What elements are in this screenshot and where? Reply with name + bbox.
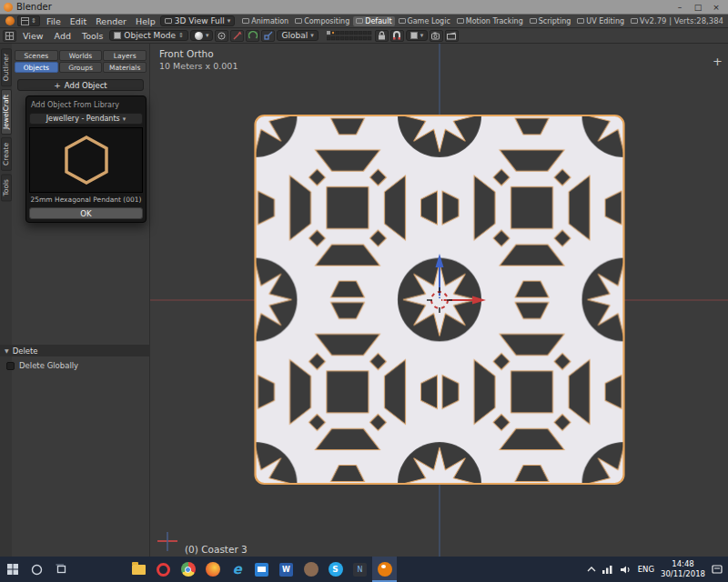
view-scale-label: 10 Meters x 0.001 xyxy=(159,61,238,71)
notepad-button[interactable]: N xyxy=(348,557,372,582)
info-editor-icon xyxy=(21,17,29,25)
screen-icon xyxy=(399,18,406,24)
tools-menu[interactable]: Tools xyxy=(77,31,107,41)
manipulator-scale-button[interactable] xyxy=(261,30,275,42)
skype-button[interactable]: S xyxy=(323,557,348,582)
gimp-icon xyxy=(304,562,318,577)
edge-button[interactable]: e xyxy=(225,557,249,582)
transform-orientation-select[interactable]: Global ▾ xyxy=(277,30,318,41)
shelf-tab-create[interactable]: Create xyxy=(1,137,12,171)
layout-tab-scripting[interactable]: Scripting xyxy=(527,16,574,26)
opengl-render-anim-button[interactable] xyxy=(445,30,459,42)
volume-icon[interactable] xyxy=(620,565,632,575)
viewport-editor-type-button[interactable] xyxy=(3,30,16,42)
mail-icon xyxy=(255,563,268,577)
pivot-icon xyxy=(217,32,226,40)
shelf-tab-jewelcraft[interactable]: JewelCraft xyxy=(1,89,12,135)
translate-arrow-icon xyxy=(233,31,242,40)
ok-button[interactable]: OK xyxy=(29,207,143,219)
library-scenes-button[interactable]: Scenes xyxy=(15,50,58,61)
library-groups-button[interactable]: Groups xyxy=(59,62,103,73)
delete-panel-body: Delete Globally xyxy=(0,356,150,375)
snap-toggle-button[interactable] xyxy=(390,30,404,42)
delete-panel-header[interactable]: ▼ Delete xyxy=(0,345,150,356)
taskbar-clock[interactable]: 14:48 30/11/2018 xyxy=(661,559,705,578)
snap-element-select[interactable]: ▾ xyxy=(406,30,429,41)
viewport-shading-select[interactable]: ▾ xyxy=(190,30,214,41)
chevron-down-icon: ▾ xyxy=(310,32,314,39)
close-button[interactable]: × xyxy=(708,2,724,13)
menu-render[interactable]: Render xyxy=(91,16,131,26)
word-button[interactable]: W xyxy=(274,557,298,582)
view-menu[interactable]: View xyxy=(18,31,48,41)
pivot-center-button[interactable] xyxy=(215,30,228,42)
region-expand-icon[interactable]: + xyxy=(713,55,723,68)
layout-tab-game-logic[interactable]: Game Logic xyxy=(396,16,453,26)
menu-file[interactable]: File xyxy=(42,16,66,26)
firefox-icon xyxy=(206,562,220,577)
layout-tab-motion-tracking[interactable]: Motion Tracking xyxy=(454,16,526,26)
layout-tab-compositing[interactable]: Compositing xyxy=(292,16,352,26)
layout-tab-animation[interactable]: Animation xyxy=(239,16,291,26)
hexagonal-pendant-image xyxy=(32,130,141,190)
layout-tab-uv-editing[interactable]: UV Editing xyxy=(574,16,627,26)
layout-tab-default[interactable]: Default xyxy=(353,16,394,26)
screen-icon xyxy=(530,18,537,24)
lock-to-scene-button[interactable] xyxy=(375,30,389,42)
orientation-value: Global xyxy=(281,31,308,40)
windows-taskbar: e W S N ENG 14:48 30/11/2018 xyxy=(0,557,728,582)
opera-icon xyxy=(157,563,170,577)
keyboard-language[interactable]: ENG xyxy=(638,565,654,574)
library-worlds-button[interactable]: Worlds xyxy=(59,50,103,61)
add-object-button[interactable]: + Add Object xyxy=(17,79,144,91)
pendant-preview xyxy=(29,127,143,193)
library-category-select[interactable]: Jewellery - Pendants ▾ xyxy=(29,113,143,125)
network-icon[interactable] xyxy=(602,565,613,574)
mail-button[interactable] xyxy=(249,557,274,582)
editor-type-button[interactable]: ⇕ xyxy=(17,15,40,26)
camera-icon xyxy=(431,32,441,40)
layout-tab-video-editing[interactable]: Video Editing xyxy=(628,16,644,26)
window-controls: – □ × xyxy=(672,2,724,13)
task-view-button[interactable] xyxy=(49,557,74,582)
opera-button[interactable] xyxy=(151,557,176,582)
library-materials-button[interactable]: Materials xyxy=(103,62,147,73)
popup-title: Add Object From Library xyxy=(29,99,143,113)
menu-help[interactable]: Help xyxy=(131,16,160,26)
tool-shelf: Scenes Worlds Layers Objects Groups Mate… xyxy=(12,44,150,557)
blender-icon xyxy=(378,562,392,577)
layers-widget[interactable] xyxy=(327,31,373,41)
shelf-tab-tools[interactable]: Tools xyxy=(1,174,12,201)
window-title: Blender xyxy=(16,2,52,12)
3d-viewport[interactable]: Front Ortho 10 Meters x 0.001 (0) Coaste… xyxy=(150,44,728,557)
delete-panel-title: Delete xyxy=(13,346,38,356)
manipulator-translate-button[interactable] xyxy=(230,30,244,42)
system-tray: ENG 14:48 30/11/2018 xyxy=(587,559,728,578)
view-name-label: Front Ortho xyxy=(159,48,214,59)
menu-edit[interactable]: Edit xyxy=(66,16,91,26)
library-layers-button[interactable]: Layers xyxy=(103,50,147,61)
3d-view-editor-icon xyxy=(5,32,14,40)
start-button[interactable] xyxy=(0,557,25,582)
tray-expand-icon[interactable] xyxy=(587,566,596,573)
maximize-button[interactable]: □ xyxy=(690,2,706,13)
shelf-tab-outliner[interactable]: Outliner xyxy=(1,48,12,86)
cortana-button[interactable] xyxy=(25,557,49,582)
pendant-name: 25mm Hexagonal Pendant (001) xyxy=(29,196,143,204)
opengl-render-image-button[interactable] xyxy=(430,30,443,42)
coaster-object[interactable] xyxy=(256,115,624,484)
interaction-mode-select[interactable]: Object Mode ⇕ xyxy=(109,30,188,41)
blender-taskbar-button[interactable] xyxy=(372,557,397,582)
workspace: Outliner JewelCraft Create Tools Scenes … xyxy=(0,44,728,557)
action-center-icon[interactable] xyxy=(712,565,723,575)
add-menu[interactable]: Add xyxy=(50,31,76,41)
gimp-button[interactable] xyxy=(298,557,323,582)
delete-globally-checkbox[interactable] xyxy=(6,362,15,370)
minimize-button[interactable]: – xyxy=(672,2,688,13)
firefox-button[interactable] xyxy=(200,557,225,582)
manipulator-rotate-button[interactable] xyxy=(246,30,259,42)
screen-layout-select[interactable]: 3D View Full ▾ xyxy=(160,15,236,26)
library-objects-button[interactable]: Objects xyxy=(15,62,58,73)
file-explorer-button[interactable] xyxy=(126,557,151,582)
chrome-button[interactable] xyxy=(176,557,200,582)
